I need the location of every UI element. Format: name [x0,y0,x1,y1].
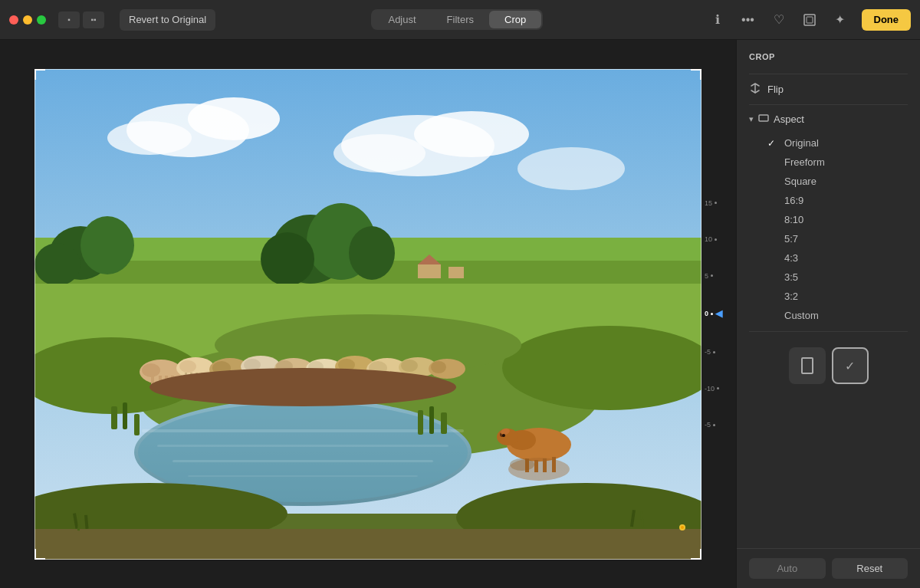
minimize-button[interactable] [23,15,32,25]
crop-handle-br[interactable] [691,549,702,560]
done-button[interactable]: Done [862,9,912,31]
tab-group: Adjust Filters Crop [371,9,543,30]
portrait-orientation-btn[interactable] [789,347,826,384]
aspect-label: Aspect [774,113,804,125]
aspect-option-4-3[interactable]: 4:3 [737,248,920,268]
revert-button[interactable]: Revert to Original [120,9,215,31]
toolbar-icons: ℹ ••• ♡ ✦ [708,11,849,29]
tab-filters[interactable]: Filters [432,11,489,28]
option-label-custom: Custom [784,310,819,321]
panel-actions: Auto Reset [749,558,908,579]
aspect-option-freeform[interactable]: Freeform [737,153,920,172]
panel-bottom: Auto Reset [737,548,920,588]
option-label-4-3: 4:3 [784,252,798,264]
aspect-option-8-10[interactable]: 8:10 [737,210,920,229]
aspect-option-3-5[interactable]: 3:5 [737,268,920,287]
main-content: 15 10 5 0 ◀ [0,40,920,588]
divider-2 [749,104,908,105]
heart-icon[interactable]: ♡ [770,11,788,29]
single-window-btn[interactable]: ▪ [58,11,80,28]
aspect-icon [758,113,769,126]
check-icon: ✓ [845,359,855,373]
ruler-mark-5a: 5 [705,272,722,280]
chevron-down-icon: ▾ [749,114,754,124]
svg-rect-108 [759,115,768,121]
close-button[interactable] [9,15,18,25]
aspect-option-custom[interactable]: Custom [737,306,920,325]
flip-row[interactable]: Flip [737,77,920,101]
more-icon[interactable]: ••• [739,11,757,29]
option-label-original: Original [784,137,819,149]
aspect-option-5-7[interactable]: 5:7 [737,229,920,248]
option-label-freeform: Freeform [784,156,825,168]
panel-content: CROP Flip ▾ [737,40,920,548]
info-icon[interactable]: ℹ [708,11,727,29]
aspect-option-square[interactable]: Square [737,172,920,191]
magic-icon[interactable]: ✦ [831,11,849,29]
ruler-mark-10: 10 [705,235,722,243]
svg-rect-0 [804,15,815,25]
auto-button: Auto [749,558,826,579]
photo-area: 15 10 5 0 ◀ [0,40,736,588]
portrait-icon [801,357,813,374]
tab-crop[interactable]: Crop [489,11,541,28]
checkmark-original: ✓ [767,138,778,149]
flip-label: Flip [767,84,784,95]
option-label-3-2: 3:2 [784,291,798,302]
aspect-option-16-9[interactable]: 16:9 [737,191,920,210]
aspect-option-original[interactable]: ✓ Original [737,133,920,153]
landscape-orientation-btn[interactable]: ✓ [832,347,869,384]
titlebar: ▪ ▪▪ Revert to Original Adjust Filters C… [0,0,920,40]
crop-handle-tr[interactable] [691,69,702,80]
right-panel: CROP Flip ▾ [736,40,920,588]
crop-handle-bl[interactable] [34,549,45,560]
divider-3 [749,331,908,332]
traffic-lights [9,15,46,25]
ruler-mark-neg5: -5 [705,348,722,356]
option-label-8-10: 8:10 [784,214,803,225]
ruler-zero-arrow: ◀ [715,308,722,319]
split-window-btn[interactable]: ▪▪ [83,11,104,28]
tab-adjust[interactable]: Adjust [373,11,431,28]
maximize-button[interactable] [37,15,46,25]
option-label-5-7: 5:7 [784,233,798,245]
aspect-options: ✓ Original Freeform Square 16:9 8: [737,130,920,328]
option-label-3-5: 3:5 [784,271,798,283]
rotation-ruler: 15 10 5 0 ◀ [705,69,732,560]
ruler-mark-neg15: -5 [705,421,722,429]
ruler-mark-0: 0 ◀ [705,308,722,319]
crop-handle-tl[interactable] [34,69,45,80]
ruler-mark-15: 15 [705,199,722,207]
option-label-16-9: 16:9 [784,195,803,206]
ruler-mark-neg10: -10 [705,385,722,393]
option-label-square: Square [784,176,816,187]
svg-rect-1 [807,17,813,23]
divider-1 [749,74,908,74]
photo-container: 15 10 5 0 ◀ [34,69,702,560]
panel-title: CROP [737,52,920,71]
orientation-row: ✓ [737,335,920,384]
reset-button[interactable]: Reset [832,558,909,579]
frame-icon[interactable] [800,11,819,29]
aspect-option-3-2[interactable]: 3:2 [737,287,920,306]
crop-frame[interactable] [34,69,702,560]
window-controls: ▪ ▪▪ [58,11,104,28]
flip-icon [749,82,761,97]
aspect-row[interactable]: ▾ Aspect [737,108,920,130]
